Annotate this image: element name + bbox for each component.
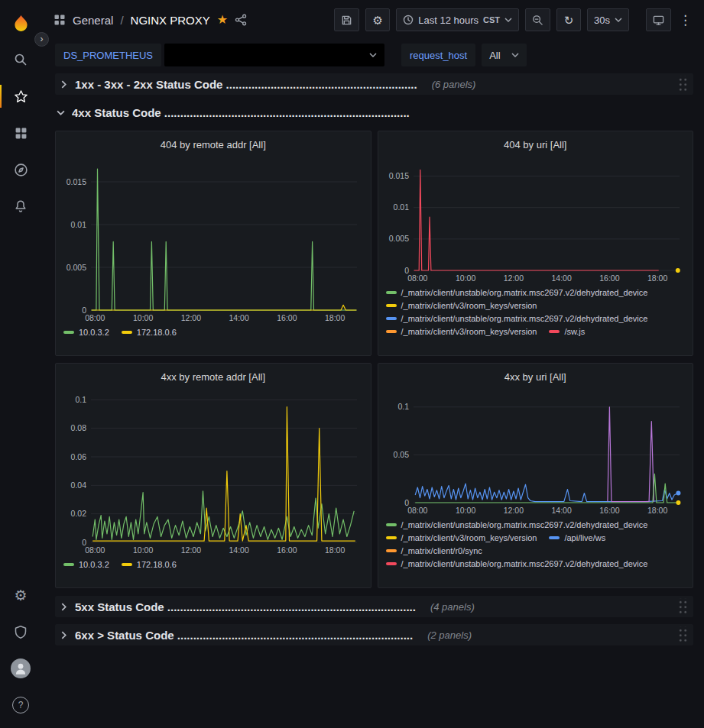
timeseries-chart[interactable]: 00.0050.010.01508:0010:0012:0014:0016:00… [62,154,365,324]
breadcrumb-dashboard-title[interactable]: NGINX PROXY [131,14,210,27]
legend-item[interactable]: 10.0.3.2 [63,328,109,337]
panel-4xx-by-uri: 4xx by uri [All] 00.050.108:0010:0012:00… [378,363,694,588]
request-host-value: All [489,50,500,61]
svg-text:0.02: 0.02 [71,509,87,518]
timezone-label: CST [483,15,500,24]
svg-text:10:00: 10:00 [133,545,153,555]
legend-item[interactable]: /_matrix/client/v3/room_keys/version [386,533,537,542]
legend-item[interactable]: /_matrix/client/unstable/org.matrix.msc2… [386,559,648,568]
timeseries-chart[interactable]: 00.0050.010.01508:0010:0012:0014:0016:00… [384,154,687,284]
legend-label: /_matrix/client/unstable/org.matrix.msc2… [401,520,648,529]
avatar [11,658,31,678]
svg-text:18:00: 18:00 [647,273,667,283]
panel-title[interactable]: 404 by remote addr [All] [62,134,365,154]
legend-swatch [386,523,397,526]
chart-svg: 00.0050.010.01508:0010:0012:0014:0016:00… [384,154,687,284]
svg-text:16:00: 16:00 [599,506,619,515]
legend-item[interactable]: 172.18.0.6 [122,328,177,337]
row-4xx[interactable]: 4xx Status Code ........................… [55,102,693,123]
panel-title[interactable]: 4xx by uri [All] [384,367,687,387]
chart-legend: 10.0.3.2172.18.0.6 [62,324,365,337]
svg-text:16:00: 16:00 [277,545,297,555]
refresh-interval-dropdown[interactable]: 30s [587,8,629,31]
refresh-interval-label: 30s [594,15,610,26]
ds-prometheus-select[interactable] [164,44,384,66]
star-icon [14,89,28,104]
svg-text:0.015: 0.015 [388,171,408,180]
svg-text:18:00: 18:00 [325,545,345,555]
kebab-menu-button[interactable]: ⋮ [677,8,693,31]
svg-text:0.05: 0.05 [393,450,409,459]
dashboard-settings-button[interactable]: ⚙ [365,8,390,31]
legend-item[interactable]: /_matrix/client/unstable/org.matrix.msc2… [386,288,648,297]
sidebar-item-server-admin[interactable] [0,613,41,650]
legend-item[interactable]: 10.0.3.2 [63,560,109,569]
share-icon[interactable] [235,14,247,26]
panel-4xx-by-remote-addr: 4xx by remote addr [All] 00.020.040.060.… [55,363,371,588]
save-dashboard-button[interactable] [334,8,359,31]
svg-text:08:00: 08:00 [407,506,427,515]
dashboard-content: 1xx - 3xx - 2xx Status Code ............… [41,70,704,728]
sidebar-item-starred[interactable] [0,78,41,115]
panel-grid: 404 by remote addr [All] 00.0050.010.015… [55,131,693,588]
row-1xx-3xx-2xx[interactable]: 1xx - 3xx - 2xx Status Code ............… [55,73,693,95]
sidebar-item-alerting[interactable] [0,188,41,225]
sidebar-item-configuration[interactable]: ⚙ [0,577,41,613]
legend-item[interactable]: /_matrix/client/unstable/org.matrix.msc2… [386,314,648,323]
time-range-picker[interactable]: Last 12 hours CST [396,8,519,31]
sidebar-item-search[interactable] [0,41,41,78]
legend-label: 10.0.3.2 [79,560,109,569]
sidebar-expand-button[interactable]: › [34,32,49,47]
chart-legend: /_matrix/client/unstable/org.matrix.msc2… [384,284,687,336]
favorite-star-icon[interactable]: ★ [217,14,228,26]
request-host-label[interactable]: request_host [401,44,475,66]
svg-text:10:00: 10:00 [133,313,153,322]
row-drag-handle[interactable] [677,76,687,92]
row-panel-count: (4 panels) [430,601,475,613]
tv-mode-button[interactable] [646,8,671,31]
svg-text:14:00: 14:00 [551,273,571,283]
person-icon [14,662,28,675]
legend-swatch [386,291,397,294]
legend-item[interactable]: /_matrix/client/v3/room_keys/version [386,301,537,310]
row-title: 5xx Status Code ........................… [75,600,416,613]
panel-title[interactable]: 4xx by remote addr [All] [62,367,365,387]
legend-item[interactable]: /_matrix/client/unstable/org.matrix.msc2… [386,520,648,529]
request-host-select[interactable]: All [482,44,526,66]
legend-swatch [386,304,397,307]
row-panel-count: (2 panels) [427,629,472,641]
breadcrumb: General / NGINX PROXY ★ [54,14,247,27]
svg-text:0.1: 0.1 [75,395,86,404]
timeseries-chart[interactable]: 00.050.108:0010:0012:0014:0016:0018:00 [384,387,687,516]
svg-text:0.04: 0.04 [71,480,87,490]
panel-title[interactable]: 404 by uri [All] [384,134,687,154]
legend-swatch [386,536,397,539]
row-6xx[interactable]: 6xx > Status Code ......................… [55,624,693,645]
row-drag-handle[interactable] [677,626,687,643]
row-5xx[interactable]: 5xx Status Code ........................… [55,596,693,617]
legend-item[interactable]: /_matrix/client/v3/room_keys/version [386,327,537,336]
grafana-dashboard: ⚙ ? › General / NGINX PROXY ★ [0,0,704,728]
legend-item[interactable]: /sw.js [549,327,585,336]
refresh-button[interactable]: ↻ [556,8,581,31]
sidebar-item-help[interactable]: ? [0,687,41,723]
panel-404-by-uri: 404 by uri [All] 00.0050.010.01508:0010:… [378,131,694,356]
svg-text:08:00: 08:00 [85,313,105,322]
chart-svg: 00.050.108:0010:0012:0014:0016:0018:00 [384,387,687,516]
row-drag-handle[interactable] [677,598,687,615]
legend-swatch [549,330,560,333]
ds-prometheus-label[interactable]: DS_PROMETHEUS [55,44,161,66]
legend-label: /_matrix/client/unstable/org.matrix.msc2… [401,559,648,568]
svg-text:12:00: 12:00 [181,545,201,555]
sidebar-item-dashboards[interactable] [0,115,41,151]
breadcrumb-folder[interactable]: General [73,14,113,27]
timeseries-chart[interactable]: 00.020.040.060.080.108:0010:0012:0014:00… [62,387,365,556]
legend-item[interactable]: 172.18.0.6 [122,560,177,569]
zoom-out-button[interactable] [525,8,550,31]
legend-item[interactable]: /api/live/ws [549,533,605,542]
chevron-down-icon [504,18,512,22]
sidebar-item-profile[interactable] [0,650,41,687]
legend-item[interactable]: /_matrix/client/r0/sync [386,546,482,555]
sidebar-item-explore[interactable] [0,151,41,188]
bell-icon [14,199,28,213]
